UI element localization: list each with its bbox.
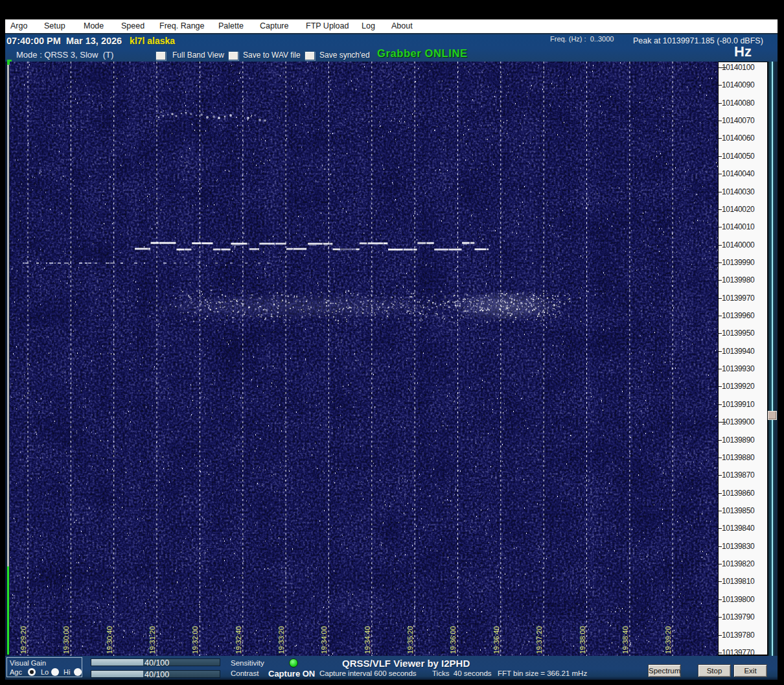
svg-text:19:34:40: 19:34:40	[363, 626, 371, 654]
svg-text:19:35:20: 19:35:20	[406, 626, 414, 654]
svg-text:19:38:40: 19:38:40	[621, 626, 629, 654]
svg-text:19:33:20: 19:33:20	[277, 626, 285, 654]
svg-text:19:32:40: 19:32:40	[235, 626, 242, 654]
svg-text:19:32:00: 19:32:00	[191, 626, 199, 654]
svg-text:19:31:20: 19:31:20	[148, 626, 156, 654]
svg-text:19:30:40: 19:30:40	[106, 626, 113, 654]
svg-text:19:38:00: 19:38:00	[579, 626, 586, 654]
svg-text:19:36:00: 19:36:00	[449, 626, 457, 654]
svg-text:19:30:00: 19:30:00	[62, 626, 70, 654]
svg-text:19:34:00: 19:34:00	[320, 626, 328, 654]
svg-text:19:39:20: 19:39:20	[664, 626, 672, 654]
svg-text:19:36:40: 19:36:40	[492, 626, 500, 654]
svg-text:19:29:20: 19:29:20	[19, 626, 27, 654]
svg-text:19:37:20: 19:37:20	[535, 626, 543, 654]
